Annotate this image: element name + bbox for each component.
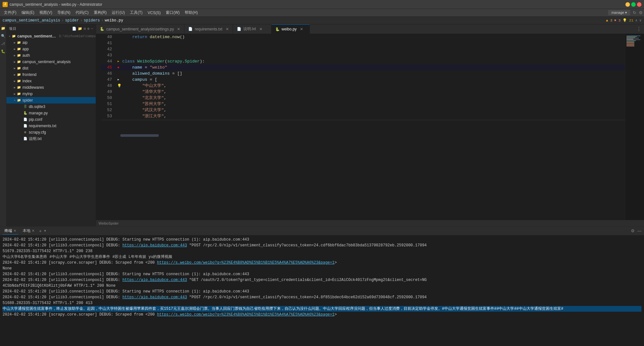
- git-icon[interactable]: ⎇: [1, 41, 6, 46]
- term-line-6: 2024-02-02 15:41:20 [urllib3.connectionp…: [3, 271, 641, 277]
- scroll-indicator: [101, 120, 625, 126]
- tab-close-requirements[interactable]: ✕: [226, 27, 229, 31]
- code-editor[interactable]: 40 return datetime.now() 41 42: [96, 34, 644, 220]
- tree-item-readme[interactable]: 📄 说明.txt: [6, 136, 96, 142]
- term-link-4[interactable]: https://aip.baidubce.com:443: [122, 295, 187, 300]
- terminal-content[interactable]: 2024-02-02 15:41:20 [urllib3.connectionp…: [0, 235, 644, 346]
- terminal-close-local[interactable]: ✕: [32, 229, 35, 233]
- tree-item-auth[interactable]: ▶ 📁 auth: [6, 52, 96, 59]
- tab-close-settings[interactable]: ✕: [177, 27, 180, 31]
- code-line-53: 53 "浙江大学",: [101, 113, 625, 119]
- manage-dropdown[interactable]: manage ▾: [608, 10, 630, 15]
- close-button[interactable]: [637, 2, 641, 7]
- code-line-42: 42: [101, 46, 625, 52]
- tab-settings[interactable]: 🐍 campus_sentiment_analysis\settings.py …: [96, 24, 184, 34]
- terminal-chevron[interactable]: ▾: [44, 229, 46, 233]
- explorer-icon[interactable]: 📁: [1, 26, 6, 31]
- terminal-settings-icon[interactable]: ⚙: [631, 228, 635, 233]
- search-icon[interactable]: 🔍: [1, 33, 6, 38]
- tree-item-frontend[interactable]: ▶ 📁 frontend: [6, 71, 96, 78]
- tab-close-weibo[interactable]: ✕: [300, 27, 303, 31]
- minimize-button[interactable]: [625, 2, 630, 7]
- breadcrumb: campus_sentiment_analysis › spider › spi…: [0, 17, 644, 24]
- breadcrumb-part-2[interactable]: spider: [65, 18, 79, 23]
- terminal-close-main[interactable]: ✕: [13, 229, 16, 233]
- terminal-tab-main[interactable]: 终端 ✕: [3, 227, 18, 235]
- more-options-icon[interactable]: ⚙: [87, 27, 90, 31]
- terminal-tab-local[interactable]: 本地 ✕: [21, 227, 36, 234]
- menu-window[interactable]: 窗口(W): [163, 9, 182, 16]
- tab-requirements[interactable]: 📄 requirements.txt ✕: [184, 24, 233, 34]
- tab-close-readme[interactable]: ✕: [259, 27, 262, 31]
- term-line-7b: 4CSbNdafFEtF2BlQ6tKbRlztj0bFAW HTTP/1.1"…: [3, 283, 641, 289]
- term-line-10: 中山大学通报贫困生炫富事件，终止发放助学金。起因，中山大学特困生被爆用苹果四件套…: [3, 306, 641, 312]
- breadcrumb-part-4[interactable]: weibo.py: [105, 18, 123, 23]
- menu-run[interactable]: 运行(U): [109, 9, 127, 16]
- code-line-47: 47 ▸ campus = [: [101, 77, 625, 83]
- term-link-2[interactable]: https://s.weibo.com/weibo?q=%23%E4%B8%AD…: [157, 260, 334, 265]
- code-line-49: 49 "清华大学",: [101, 89, 625, 95]
- tab-bar: 🐍 campus_sentiment_analysis\settings.py …: [96, 24, 644, 34]
- expand-button[interactable]: ∧: [635, 18, 638, 22]
- tree-item-db[interactable]: 🗄 db.sqlite3: [6, 103, 96, 110]
- code-line-51: 51 "苏州大学",: [101, 101, 625, 107]
- tree-item-middlewares[interactable]: ▶ 📁 middlewares: [6, 84, 96, 91]
- tree-item-manage-py[interactable]: 🐍 manage.py: [6, 110, 96, 116]
- code-line-43: 43: [101, 52, 625, 58]
- tree-item-aip[interactable]: ▶ 📁 aip: [6, 39, 96, 46]
- tree-item-app[interactable]: ▶ 📁 app: [6, 46, 96, 52]
- tree-item-requirements[interactable]: 📄 requirements.txt: [6, 123, 96, 129]
- menu-vcs[interactable]: VCS(S): [145, 10, 163, 16]
- settings-icon[interactable]: ⚙: [639, 10, 643, 15]
- terminal-header: 终端 ✕ 本地 ✕ + ▾ ⚙ —: [0, 227, 644, 235]
- tree-item-spider[interactable]: ▾ 📁 spider: [6, 97, 96, 103]
- term-link-3[interactable]: https://aip.baidubce.com:443: [122, 278, 187, 282]
- tab-readme[interactable]: 📄 说明.txt ✕: [233, 24, 271, 34]
- breadcrumb-part-3[interactable]: spiders: [84, 18, 100, 23]
- new-file-icon[interactable]: 📄: [72, 27, 77, 31]
- menu-edit[interactable]: 编辑(E): [19, 9, 37, 16]
- term-link-1[interactable]: https://aip.baidubce.com:443: [122, 243, 187, 248]
- term-line-2b: 51679.282335-31775432 HTTP/1.1" 200 238: [3, 248, 641, 254]
- menu-file[interactable]: 文件(F): [1, 9, 19, 16]
- tree-item-index[interactable]: ▶ 📁 index: [6, 78, 96, 84]
- menu-code[interactable]: 代码(C): [73, 9, 91, 16]
- debug-icon[interactable]: 🐛: [1, 49, 6, 54]
- code-content[interactable]: 40 return datetime.now() 41 42: [101, 34, 625, 220]
- tab-weibo[interactable]: 🐍 weibo.py ✕: [271, 24, 310, 34]
- tree-item-dist[interactable]: ▶ 📁 dist: [6, 65, 96, 71]
- root-folder-icon: 📁: [12, 34, 16, 38]
- horizontal-scrollbar[interactable]: [120, 134, 159, 137]
- breadcrumb-part-1[interactable]: campus_sentiment_analysis: [3, 18, 60, 23]
- menu-tools[interactable]: 工具(T): [127, 9, 145, 16]
- root-name: campus_sentiment_analysis: [17, 34, 58, 38]
- menu-refactor[interactable]: 重构(R): [91, 9, 109, 16]
- menu-help[interactable]: 帮助(H): [182, 9, 200, 16]
- editor-area: 🐍 campus_sentiment_analysis\settings.py …: [96, 24, 644, 226]
- error-count: ✖ 3: [614, 18, 621, 22]
- term-link-5[interactable]: https://s.weibo.com/weibo?q=%23%E4%B8%AD…: [157, 312, 334, 317]
- terminal-panel: 终端 ✕ 本地 ✕ + ▾ ⚙ — 2024-02-02 15:41:20 [u…: [0, 226, 644, 346]
- menu-nav[interactable]: 导航(N): [55, 9, 73, 16]
- explorer-title: 项目: [9, 26, 16, 31]
- refresh-button[interactable]: ↻: [633, 10, 636, 15]
- collapse-all-icon[interactable]: ⊟: [84, 27, 86, 31]
- tree-item-pip-conf[interactable]: 📄 pip.conf: [6, 116, 96, 123]
- terminal-minimize-icon[interactable]: —: [637, 228, 641, 233]
- menu-view[interactable]: 视图(V): [37, 9, 55, 16]
- new-folder-icon[interactable]: 📁: [78, 27, 83, 31]
- tab-overflow-icon[interactable]: ⋮: [636, 26, 641, 32]
- tree-root[interactable]: ▾ 📁 campus_sentiment_analysis E:\01zhuom…: [6, 33, 96, 39]
- menu-bar: 文件(F) 编辑(E) 视图(V) 导航(N) 代码(C) 重构(R) 运行(U…: [0, 9, 644, 17]
- tree-item-mylnp[interactable]: ▶ 📁 mylnp: [6, 91, 96, 97]
- maximize-button[interactable]: [631, 2, 636, 7]
- minimize-explorer-icon[interactable]: —: [91, 27, 93, 31]
- breakpoint-45: ●: [117, 64, 122, 71]
- tree-item-scrapy-cfg[interactable]: ⚙ scrapy.cfg: [6, 129, 96, 136]
- tab-more[interactable]: ⋮: [636, 24, 644, 34]
- fold-44: ▸: [117, 58, 122, 64]
- terminal-add-button[interactable]: +: [39, 228, 42, 234]
- tree-item-campus[interactable]: ▶ 📁 campus_sentiment_analysis: [6, 59, 96, 65]
- collapse-button[interactable]: ∨: [639, 18, 641, 22]
- term-line-9: 2024-02-02 15:41:20 [urllib3.connectionp…: [3, 294, 641, 300]
